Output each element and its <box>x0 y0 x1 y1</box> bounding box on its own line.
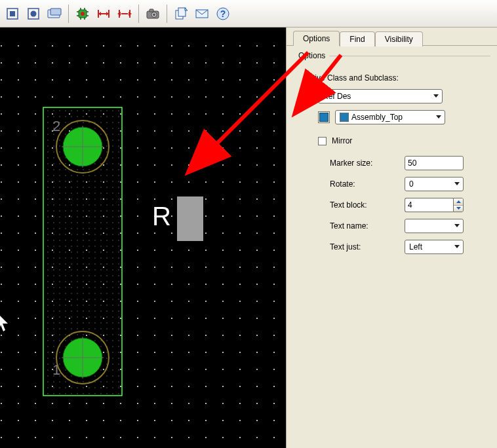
combo-value: Assembly_Top <box>351 113 431 122</box>
chevron-down-icon <box>452 221 462 231</box>
spin-up-icon[interactable] <box>454 198 463 206</box>
square-stop-icon[interactable] <box>3 4 22 24</box>
chevron-down-icon <box>431 91 441 102</box>
circle-icon[interactable] <box>24 4 43 24</box>
spin-down-icon[interactable] <box>454 206 463 212</box>
toolbar-sep <box>167 5 167 23</box>
toolbar: ? <box>0 0 497 28</box>
svg-text:?: ? <box>220 9 226 19</box>
svg-rect-27 <box>149 9 153 12</box>
svg-marker-54 <box>456 200 461 203</box>
chevron-down-icon <box>452 242 462 252</box>
svg-rect-1 <box>10 11 15 16</box>
group-header: Options <box>287 46 497 63</box>
svg-marker-51 <box>433 94 439 98</box>
measure-w-icon[interactable] <box>115 4 134 24</box>
svg-point-29 <box>153 13 155 16</box>
tab-label: Find <box>349 35 365 44</box>
toolbar-sep <box>138 5 139 23</box>
design-canvas[interactable]: 2 1 R <box>0 28 286 448</box>
tab-strip: Options Find Visibility <box>287 28 497 46</box>
side-panel: Options Find Visibility Options Active C… <box>286 28 497 448</box>
chevron-down-icon <box>434 112 443 122</box>
rotate-label: Rotate: <box>330 179 402 189</box>
text-name-combo[interactable] <box>405 219 464 233</box>
svg-marker-56 <box>454 224 460 227</box>
svg-marker-55 <box>456 207 461 210</box>
active-class-combo[interactable]: Ref Des <box>318 89 443 103</box>
rotate-combo[interactable]: 0 <box>405 177 464 191</box>
mirror-label: Mirror <box>332 136 352 145</box>
svg-marker-32 <box>185 8 188 10</box>
marker-size-input[interactable]: 50 <box>405 156 464 170</box>
text-name-label: Text name: <box>330 221 402 231</box>
refdes-text: R <box>152 202 171 231</box>
text-block-spinner[interactable]: 4 <box>405 198 464 212</box>
window-icon[interactable] <box>45 4 64 24</box>
visibility-toggle[interactable] <box>318 111 330 123</box>
layer-color-swatch <box>340 113 349 122</box>
mirror-checkbox[interactable] <box>318 137 327 145</box>
svg-point-15 <box>81 12 85 16</box>
chevron-down-icon <box>452 179 462 189</box>
svg-rect-31 <box>178 8 186 16</box>
svg-marker-53 <box>454 182 460 185</box>
measure-h-icon[interactable] <box>94 4 113 24</box>
svg-rect-5 <box>50 9 61 15</box>
toolbar-sep <box>68 5 69 23</box>
pad-label: 1 <box>52 362 60 378</box>
text-just-label: Text just: <box>330 242 402 252</box>
tab-find[interactable]: Find <box>340 31 374 47</box>
tab-label: Visibility <box>385 35 413 44</box>
tab-label: Options <box>303 34 330 43</box>
text-block-label: Text block: <box>330 200 402 210</box>
section-label: Active Class and Subclass: <box>304 73 485 83</box>
copy-icon[interactable] <box>171 4 191 24</box>
mail-icon[interactable] <box>192 4 212 24</box>
camera-icon[interactable] <box>143 4 163 24</box>
text-just-combo[interactable]: Left <box>405 240 464 254</box>
svg-marker-57 <box>454 245 460 248</box>
svg-rect-49 <box>177 196 203 241</box>
chip-icon[interactable] <box>73 4 92 24</box>
subclass-combo[interactable]: Assembly_Top <box>335 110 445 124</box>
marker-size-label: Marker size: <box>330 159 402 168</box>
pad-label: 2 <box>52 118 60 134</box>
help-icon[interactable]: ? <box>213 4 233 24</box>
group-title: Options <box>298 51 325 60</box>
svg-point-3 <box>31 10 37 16</box>
combo-value: Ref Des <box>323 92 429 101</box>
svg-marker-52 <box>436 115 441 119</box>
tab-visibility[interactable]: Visibility <box>375 31 423 47</box>
tab-options[interactable]: Options <box>293 31 340 46</box>
